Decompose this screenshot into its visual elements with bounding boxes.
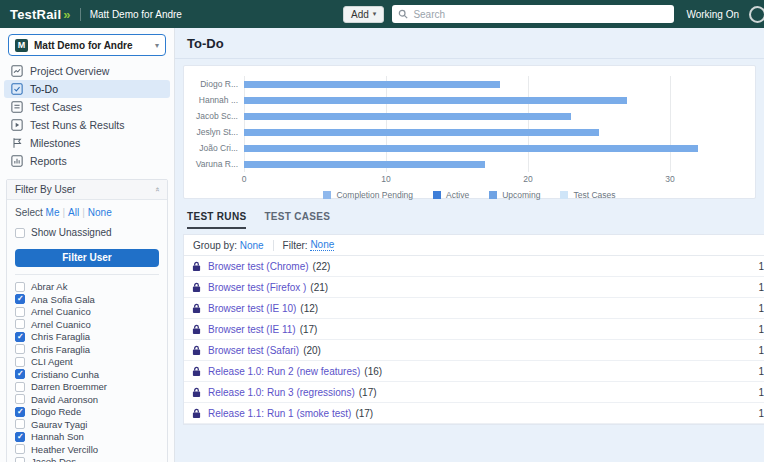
sidebar-item-reports[interactable]: Reports: [4, 152, 170, 170]
test-run-right-value: 1: [758, 282, 764, 293]
show-unassigned-checkbox[interactable]: [15, 228, 25, 238]
bar-chart: Diogo R...Hannah ...Jacob Sc...Jeslyn St…: [244, 76, 741, 172]
user-filter-row[interactable]: Chris Faraglia: [15, 343, 159, 356]
user-checkbox[interactable]: [15, 444, 25, 454]
user-filter-row[interactable]: Cristiano Cunha: [15, 368, 159, 381]
sidebar-item-project-overview[interactable]: Project Overview: [4, 62, 170, 80]
topbar: TestRail » Matt Demo for Andre Add ▾ Wor…: [0, 0, 764, 28]
chart-tick-label: 10: [381, 174, 390, 184]
legend-item: Upcoming: [489, 190, 540, 200]
user-filter-row[interactable]: Abrar Ak: [15, 281, 159, 294]
user-checkbox[interactable]: [15, 357, 25, 367]
tab-test-cases[interactable]: TEST CASES: [264, 211, 330, 229]
user-checkbox[interactable]: [15, 382, 25, 392]
user-filter-row[interactable]: Diogo Rede: [15, 406, 159, 419]
user-name: Chris Faraglia: [31, 344, 90, 355]
add-button[interactable]: Add ▾: [343, 6, 384, 23]
user-name: David Aaronson: [31, 394, 98, 405]
user-filter-row[interactable]: Gaurav Tyagi: [15, 418, 159, 431]
select-all-link[interactable]: All: [68, 207, 79, 218]
chart-bar[interactable]: [244, 97, 627, 104]
user-filter-row[interactable]: Jacob Dos: [15, 456, 159, 462]
user-filter-row[interactable]: Hannah Son: [15, 431, 159, 444]
user-filter-row[interactable]: Arnel Cuanico: [15, 318, 159, 331]
lock-icon: [192, 282, 201, 293]
test-run-link[interactable]: Release 1.0: Run 2 (new features): [208, 366, 360, 377]
sidebar-item-milestones[interactable]: Milestones: [4, 134, 170, 152]
chart-bar[interactable]: [244, 129, 599, 136]
test-run-link[interactable]: Release 1.0: Run 3 (regressions): [208, 387, 355, 398]
project-selector[interactable]: M Matt Demo for Andre ▾: [8, 34, 166, 56]
topbar-right-group: Add ▾ Working On: [343, 5, 754, 23]
tab-test-runs[interactable]: TEST RUNS: [187, 211, 246, 229]
test-run-row: Browser test (IE 11)(17)1: [184, 319, 764, 340]
chart-bar-row: [244, 140, 741, 156]
select-me-link[interactable]: Me: [46, 207, 60, 218]
user-name: Jacob Dos: [31, 456, 76, 462]
user-checkbox[interactable]: [15, 394, 25, 404]
test-run-link[interactable]: Browser test (IE 11): [208, 324, 296, 335]
user-checkbox[interactable]: [15, 344, 25, 354]
lock-icon: [192, 303, 201, 314]
legend-item: Completion Pending: [323, 190, 413, 200]
user-checkbox[interactable]: [15, 319, 25, 329]
user-filter-row[interactable]: David Aaronson: [15, 393, 159, 406]
separator: |: [62, 207, 65, 218]
test-run-link[interactable]: Browser test (Safari): [208, 345, 299, 356]
user-checkbox[interactable]: [15, 419, 25, 429]
chevron-down-icon: ▾: [155, 41, 159, 50]
user-checkbox[interactable]: [15, 407, 25, 417]
user-checkbox[interactable]: [15, 457, 25, 462]
chart-bar[interactable]: [244, 113, 571, 120]
sidebar-item-label: Reports: [30, 155, 67, 167]
sidebar-item-to-do[interactable]: To-Do: [4, 80, 170, 98]
user-checkbox[interactable]: [15, 307, 25, 317]
test-run-count: (16): [364, 366, 382, 377]
collapse-icon[interactable]: «: [152, 187, 161, 191]
sidebar-item-label: Project Overview: [30, 65, 109, 77]
user-filter-row[interactable]: Chris Faraglia: [15, 331, 159, 344]
sidebar-item-test-runs-results[interactable]: Test Runs & Results: [4, 116, 170, 134]
select-none-link[interactable]: None: [88, 207, 112, 218]
test-run-count: (21): [310, 282, 328, 293]
filter-label: Filter:: [283, 240, 308, 251]
test-run-link[interactable]: Browser test (IE 10): [208, 303, 296, 314]
chart-bar[interactable]: [244, 161, 485, 168]
group-filter-bar: Group by: None Filter: None: [184, 235, 764, 256]
user-filter-row[interactable]: Ana Sofia Gala: [15, 293, 159, 306]
chart-y-labels: Diogo R...Hannah ...Jacob Sc...Jeslyn St…: [194, 76, 238, 172]
user-filter-row[interactable]: Heather Vercillo: [15, 443, 159, 456]
legend-swatch: [560, 191, 568, 199]
test-run-right-value: 1: [758, 366, 764, 377]
test-run-link[interactable]: Browser test (Firefox ): [208, 282, 306, 293]
user-checkbox[interactable]: [15, 432, 25, 442]
user-name: Darren Broemmer: [31, 381, 107, 392]
chart-category-label: João Cri...: [194, 140, 238, 156]
group-by-value-link[interactable]: None: [240, 240, 264, 251]
chart-bar[interactable]: [244, 81, 500, 88]
user-filter-row[interactable]: Darren Broemmer: [15, 381, 159, 394]
test-run-link[interactable]: Browser test (Chrome): [208, 261, 309, 272]
search-box[interactable]: [392, 5, 674, 23]
user-avatar[interactable]: [749, 6, 764, 23]
user-checkbox[interactable]: [15, 369, 25, 379]
filter-value-link[interactable]: None: [310, 239, 334, 251]
user-checkbox[interactable]: [15, 332, 25, 342]
filter-user-button[interactable]: Filter User: [15, 249, 159, 267]
test-run-link[interactable]: Release 1.1: Run 1 (smoke test): [208, 408, 351, 419]
user-checkbox[interactable]: [15, 282, 25, 292]
lock-icon: [192, 345, 201, 356]
test-run-right-value: 1: [758, 303, 764, 314]
user-filter-row[interactable]: CLI Agent: [15, 356, 159, 369]
chart-bar[interactable]: [244, 145, 698, 152]
sidebar-item-test-cases[interactable]: Test Cases: [4, 98, 170, 116]
show-unassigned-row: Show Unassigned: [15, 227, 159, 238]
user-checkbox[interactable]: [15, 294, 25, 304]
legend-swatch: [323, 191, 331, 199]
user-filter-row[interactable]: Arnel Cuanico: [15, 306, 159, 319]
sidebar-nav: Project OverviewTo-DoTest CasesTest Runs…: [0, 62, 174, 170]
testrail-logo[interactable]: TestRail »: [10, 7, 71, 22]
search-input[interactable]: [413, 9, 668, 20]
working-on-link[interactable]: Working On: [686, 9, 739, 20]
test-run-count: (22): [313, 261, 331, 272]
